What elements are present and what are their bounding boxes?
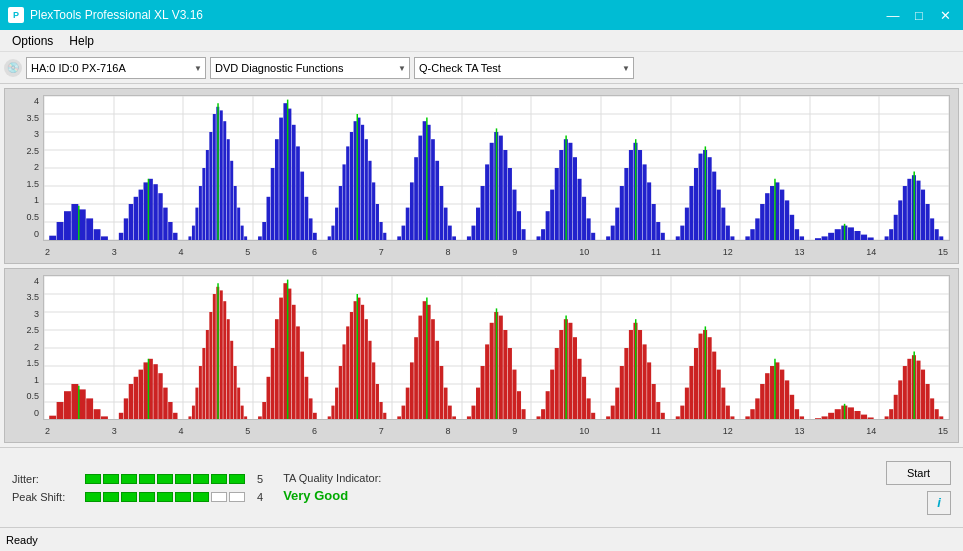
jitter-seg-7	[193, 474, 209, 484]
peak-shift-progress	[85, 492, 245, 502]
ta-quality-section: TA Quality Indicator: Very Good	[283, 472, 381, 503]
bx-label-8: 8	[446, 426, 451, 436]
x-label-9: 9	[512, 247, 517, 257]
info-button[interactable]: i	[927, 491, 951, 515]
minimize-button[interactable]: —	[883, 5, 903, 25]
bx-label-7: 7	[379, 426, 384, 436]
ps-seg-1	[85, 492, 101, 502]
app-icon: P	[8, 7, 24, 23]
start-button[interactable]: Start	[886, 461, 951, 485]
top-chart-y-axis: 4 3.5 3 2.5 2 1.5 1 0.5 0	[5, 95, 43, 241]
bottom-chart-x-axis: 2 3 4 5 6 7 8 9 10 11 12 13 14 15	[43, 422, 950, 440]
y-label-0: 0	[9, 230, 39, 239]
x-label-2: 2	[45, 247, 50, 257]
x-label-13: 13	[794, 247, 804, 257]
toolbar: 💿 HA:0 ID:0 PX-716A DVD Diagnostic Funct…	[0, 52, 963, 84]
ps-seg-4	[139, 492, 155, 502]
ps-seg-7	[193, 492, 209, 502]
jitter-seg-6	[175, 474, 191, 484]
bx-label-15: 15	[938, 426, 948, 436]
by-label-1: 1	[9, 376, 39, 385]
by-label-2: 2	[9, 343, 39, 352]
maximize-button[interactable]: □	[909, 5, 929, 25]
x-label-8: 8	[446, 247, 451, 257]
bx-label-12: 12	[723, 426, 733, 436]
jitter-seg-5	[157, 474, 173, 484]
ps-seg-8	[211, 492, 227, 502]
test-select[interactable]: Q-Check TA Test	[414, 57, 634, 79]
bx-label-14: 14	[866, 426, 876, 436]
bx-label-6: 6	[312, 426, 317, 436]
device-select-wrapper: HA:0 ID:0 PX-716A	[26, 57, 206, 79]
title-bar: P PlexTools Professional XL V3.16 — □ ✕	[0, 0, 963, 30]
bx-label-9: 9	[512, 426, 517, 436]
device-selector-group: 💿 HA:0 ID:0 PX-716A	[4, 57, 206, 79]
jitter-seg-8	[211, 474, 227, 484]
by-label-15: 1.5	[9, 359, 39, 368]
ps-seg-6	[175, 492, 191, 502]
ps-seg-9	[229, 492, 245, 502]
jitter-seg-9	[229, 474, 245, 484]
x-label-10: 10	[579, 247, 589, 257]
bottom-chart-container: 4 3.5 3 2.5 2 1.5 1 0.5 0 2 3 4 5 6 7 8 …	[4, 268, 959, 444]
peak-shift-value: 4	[257, 491, 263, 503]
bottom-chart-inner	[43, 275, 950, 421]
y-label-4: 4	[9, 97, 39, 106]
jitter-progress	[85, 474, 245, 484]
ta-quality-label: TA Quality Indicator:	[283, 472, 381, 484]
start-section: Start i	[886, 461, 951, 515]
title-bar-controls: — □ ✕	[883, 5, 955, 25]
top-chart-canvas	[44, 96, 949, 240]
jitter-seg-4	[139, 474, 155, 484]
x-label-11: 11	[651, 247, 661, 257]
by-label-3: 3	[9, 310, 39, 319]
metrics-section: Jitter: 5 Peak Shift:	[12, 473, 263, 503]
ps-seg-5	[157, 492, 173, 502]
status-bar: Ready	[0, 527, 963, 551]
function-select-wrapper: DVD Diagnostic Functions	[210, 57, 410, 79]
top-chart-inner	[43, 95, 950, 241]
title-bar-left: P PlexTools Professional XL V3.16	[8, 7, 203, 23]
ta-quality-value: Very Good	[283, 488, 381, 503]
x-label-3: 3	[112, 247, 117, 257]
device-icon: 💿	[4, 59, 22, 77]
top-chart-x-axis: 2 3 4 5 6 7 8 9 10 11 12 13 14 15	[43, 243, 950, 261]
device-select[interactable]: HA:0 ID:0 PX-716A	[26, 57, 206, 79]
ps-seg-3	[121, 492, 137, 502]
x-label-15: 15	[938, 247, 948, 257]
test-select-wrapper: Q-Check TA Test	[414, 57, 634, 79]
y-label-35: 3.5	[9, 114, 39, 123]
peak-shift-row: Peak Shift: 4	[12, 491, 263, 503]
by-label-35: 3.5	[9, 293, 39, 302]
y-label-1: 1	[9, 196, 39, 205]
y-label-05: 0.5	[9, 213, 39, 222]
menu-options[interactable]: Options	[4, 32, 61, 50]
by-label-0: 0	[9, 409, 39, 418]
bx-label-13: 13	[794, 426, 804, 436]
bottom-panel: Jitter: 5 Peak Shift:	[0, 447, 963, 527]
bx-label-10: 10	[579, 426, 589, 436]
x-label-5: 5	[245, 247, 250, 257]
by-label-05: 0.5	[9, 392, 39, 401]
by-label-4: 4	[9, 277, 39, 286]
bx-label-5: 5	[245, 426, 250, 436]
jitter-label: Jitter:	[12, 473, 77, 485]
bx-label-3: 3	[112, 426, 117, 436]
menu-help[interactable]: Help	[61, 32, 102, 50]
jitter-seg-3	[121, 474, 137, 484]
status-text: Ready	[6, 534, 38, 546]
x-label-7: 7	[379, 247, 384, 257]
function-select[interactable]: DVD Diagnostic Functions	[210, 57, 410, 79]
close-button[interactable]: ✕	[935, 5, 955, 25]
jitter-seg-2	[103, 474, 119, 484]
jitter-value: 5	[257, 473, 263, 485]
bottom-chart-canvas	[44, 276, 949, 420]
x-label-6: 6	[312, 247, 317, 257]
bx-label-2: 2	[45, 426, 50, 436]
y-label-15: 1.5	[9, 180, 39, 189]
title-bar-title: PlexTools Professional XL V3.16	[30, 8, 203, 22]
x-label-14: 14	[866, 247, 876, 257]
jitter-row: Jitter: 5	[12, 473, 263, 485]
by-label-25: 2.5	[9, 326, 39, 335]
bx-label-11: 11	[651, 426, 661, 436]
